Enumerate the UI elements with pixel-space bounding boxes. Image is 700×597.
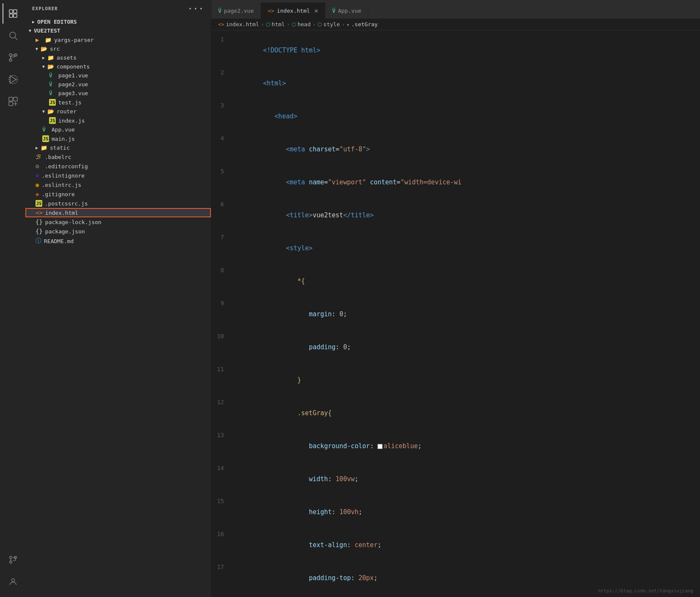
watermark: https://blog.csdn.net/tangxiujiang bbox=[598, 588, 693, 594]
tree-label: .babelrc bbox=[45, 154, 71, 160]
tree-label: .eslintignore bbox=[41, 173, 85, 179]
source-control-icon[interactable] bbox=[3, 47, 23, 68]
search-icon[interactable] bbox=[3, 25, 23, 46]
line-number: 8 bbox=[211, 265, 232, 276]
breadcrumb: <> index.html › ⬡ html › ⬡ head › ⬡ styl… bbox=[211, 19, 700, 30]
line-number: 9 bbox=[211, 298, 232, 309]
folder-icon: ▶ bbox=[36, 36, 42, 43]
tree-item-eslintrc-js[interactable]: ● .eslintrc.js bbox=[25, 180, 211, 189]
tree-item-postcssrc-js[interactable]: JS .postcssrc.js bbox=[25, 199, 211, 208]
tree-label: yargs-parser bbox=[54, 37, 94, 43]
tree-item-static[interactable]: ▶ 📁 static bbox=[25, 143, 211, 152]
tab-label: page2.vue bbox=[224, 8, 254, 14]
account-icon[interactable] bbox=[3, 572, 23, 592]
editor-line-13: 13 background-color: aliceblue; bbox=[211, 430, 700, 463]
activity-bar bbox=[0, 0, 25, 597]
line-number: 5 bbox=[211, 166, 232, 177]
extensions-icon[interactable] bbox=[3, 91, 23, 112]
tree-label: main.js bbox=[52, 136, 75, 142]
tree-label: components bbox=[57, 63, 90, 70]
vue-icon: V̈ bbox=[42, 126, 49, 133]
editor-line-9: 9 margin: 0; bbox=[211, 298, 700, 331]
tab-page2-vue[interactable]: V̈ page2.vue bbox=[211, 3, 261, 19]
gear-icon: ⚙ bbox=[36, 163, 42, 170]
tree-item-package-json[interactable]: {} package.json bbox=[25, 227, 211, 236]
project-section[interactable]: ▼ VUE2TEST bbox=[25, 26, 211, 35]
tree-item-test-js[interactable]: JS test.js bbox=[25, 98, 211, 107]
sidebar-menu-button[interactable]: ··· bbox=[188, 4, 204, 13]
editor-line-5: 5 <meta name="viewport" content="width=d… bbox=[211, 166, 700, 199]
tree-item-src[interactable]: ▼ 📂 src bbox=[25, 44, 211, 53]
main-area: V̈ page2.vue <> index.html × V̈ App.vue … bbox=[211, 0, 700, 597]
tree-item-page1-vue[interactable]: V̈ page1.vue bbox=[25, 71, 211, 80]
router-chevron: ▼ bbox=[42, 109, 45, 114]
tab-label: App.vue bbox=[338, 8, 361, 14]
line-number: 6 bbox=[211, 199, 232, 210]
editor-line-8: 8 *{ bbox=[211, 265, 700, 298]
tree-label: src bbox=[50, 46, 60, 52]
tree-item-components[interactable]: ▼ 📂 components bbox=[25, 62, 211, 71]
line-content: <html> bbox=[232, 67, 700, 100]
tree-item-assets[interactable]: ▶ 📁 assets bbox=[25, 53, 211, 62]
src-chevron: ▼ bbox=[36, 47, 38, 51]
tree-label: assets bbox=[57, 55, 77, 61]
tree-item-router[interactable]: ▼ 📂 router bbox=[25, 107, 211, 116]
folder-icon-static: 📁 bbox=[41, 145, 47, 151]
breadcrumb-head[interactable]: head bbox=[298, 21, 311, 27]
editor-line-14: 14 width: 100vw; bbox=[211, 463, 700, 496]
tab-index-html[interactable]: <> index.html × bbox=[261, 3, 325, 19]
line-content: <!DOCTYPE html> bbox=[232, 34, 700, 67]
breadcrumb-html[interactable]: html bbox=[272, 21, 285, 27]
open-editors-section[interactable]: ▶ OPEN EDITORS bbox=[25, 17, 211, 26]
line-number: 4 bbox=[211, 133, 232, 144]
html-icon: <> bbox=[36, 209, 43, 216]
folder-icon-router: 📂 bbox=[47, 108, 54, 115]
tree-item-router-index-js[interactable]: JS index.js bbox=[25, 116, 211, 125]
svg-rect-2 bbox=[9, 14, 13, 17]
explorer-icon[interactable] bbox=[3, 3, 23, 24]
git-branch-icon[interactable] bbox=[3, 550, 23, 570]
tree-item-editorconfig[interactable]: ⚙ .editorconfig bbox=[25, 162, 211, 171]
tree-item-main-js[interactable]: JS main.js bbox=[25, 134, 211, 143]
tree-item-babelrc[interactable]: ℬ .babelrc bbox=[25, 152, 211, 162]
tree-item-page2-vue[interactable]: V̈ page2.vue bbox=[25, 80, 211, 89]
tab-app-vue[interactable]: V̈ App.vue bbox=[325, 3, 369, 19]
tree-item-package-lock-json[interactable]: {} package-lock.json bbox=[25, 217, 211, 227]
breadcrumb-style-cube: ⬡ bbox=[317, 22, 322, 27]
line-content: *{ bbox=[232, 265, 700, 298]
color-swatch-aliceblue bbox=[377, 444, 383, 449]
tree-item-eslintignore[interactable]: ⊘ .eslintignore bbox=[25, 171, 211, 180]
editor[interactable]: 1 <!DOCTYPE html> 2 <html> 3 <head> 4 <m… bbox=[211, 30, 700, 597]
breadcrumb-style[interactable]: style bbox=[323, 21, 340, 27]
js-icon: JS bbox=[36, 200, 42, 207]
tree-label: .eslintrc.js bbox=[41, 182, 81, 188]
editor-line-12: 12 .setGray{ bbox=[211, 397, 700, 430]
line-content: } bbox=[232, 594, 700, 597]
svg-rect-11 bbox=[9, 97, 13, 101]
open-editors-label: OPEN EDITORS bbox=[37, 19, 77, 25]
svg-point-6 bbox=[9, 54, 12, 56]
breadcrumb-setgray[interactable]: .setGray bbox=[351, 21, 378, 27]
tree-item-gitignore[interactable]: ◈ .gitignore bbox=[25, 189, 211, 199]
breadcrumb-file[interactable]: index.html bbox=[226, 21, 259, 27]
editor-line-1: 1 <!DOCTYPE html> bbox=[211, 34, 700, 67]
breadcrumb-sep2: › bbox=[287, 21, 290, 27]
line-content: <meta charset="utf-8"> bbox=[232, 133, 700, 166]
tree-item-index-html[interactable]: <> index.html bbox=[25, 208, 211, 217]
editor-line-3: 3 <head> bbox=[211, 100, 700, 133]
editor-line-11: 11 } bbox=[211, 364, 700, 397]
tree-item-page3-vue[interactable]: V̈ page3.vue bbox=[25, 89, 211, 98]
line-content: text-align: center; bbox=[232, 529, 700, 561]
tree-item-readme-md[interactable]: ⓘ README.md bbox=[25, 236, 211, 246]
svg-marker-9 bbox=[10, 76, 16, 83]
line-content: } bbox=[232, 364, 700, 397]
tabs-bar: V̈ page2.vue <> index.html × V̈ App.vue bbox=[211, 0, 700, 19]
tree-item-app-vue[interactable]: V̈ App.vue bbox=[25, 125, 211, 134]
line-number: 17 bbox=[211, 561, 232, 572]
run-icon[interactable] bbox=[3, 69, 23, 90]
activity-bar-bottom bbox=[3, 550, 23, 597]
vue-tab-icon2: V̈ bbox=[332, 8, 336, 14]
editor-line-10: 10 padding: 0; bbox=[211, 331, 700, 364]
tab-close-button[interactable]: × bbox=[314, 7, 318, 15]
tree-item-yargs-parser[interactable]: ▶ 📁 yargs-parser bbox=[25, 35, 211, 44]
